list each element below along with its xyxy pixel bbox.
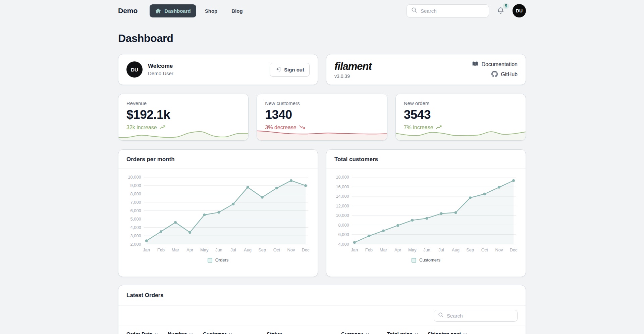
svg-text:9,000: 9,000 <box>130 183 141 188</box>
sparkline-chart <box>118 127 248 140</box>
sort-chevron-icon <box>154 331 159 334</box>
table-search[interactable] <box>434 310 518 322</box>
column-header-currency[interactable]: Currency <box>341 331 387 334</box>
svg-text:4,000: 4,000 <box>338 242 349 247</box>
column-label: Status <box>267 331 282 334</box>
home-icon <box>155 8 161 14</box>
search-icon <box>411 7 417 14</box>
table-toolbar <box>118 306 526 326</box>
table-title: Latest Orders <box>126 292 518 299</box>
svg-text:Feb: Feb <box>157 247 165 252</box>
column-label: Order Date <box>126 331 153 334</box>
topbar: Demo Dashboard Shop Blog <box>118 0 526 21</box>
sort-chevron-icon <box>463 331 468 334</box>
stat-card-new-customers: New customers 1340 3% decrease <box>257 94 387 141</box>
svg-text:Sep: Sep <box>258 247 266 252</box>
github-link[interactable]: GitHub <box>491 71 518 79</box>
stat-label: New orders <box>404 100 518 106</box>
notification-badge: 5 <box>503 3 509 9</box>
svg-text:16,000: 16,000 <box>336 184 349 189</box>
legend-swatch <box>412 258 416 263</box>
svg-text:Jul: Jul <box>230 247 236 252</box>
svg-text:8,000: 8,000 <box>130 191 141 196</box>
chart-legend[interactable]: Orders <box>125 257 311 263</box>
svg-text:Jun: Jun <box>423 247 430 252</box>
svg-text:4,000: 4,000 <box>130 225 141 230</box>
chart-body: 4,0006,0008,00010,00012,00014,00016,0001… <box>326 169 526 263</box>
brand-logo: Demo <box>118 7 138 15</box>
documentation-label: Documentation <box>481 61 518 67</box>
user-avatar[interactable]: DU <box>513 4 526 17</box>
avatar: DU <box>126 61 143 78</box>
svg-text:6,000: 6,000 <box>130 208 141 213</box>
account-widgets-row: DU Welcome Demo User Sign out filament v… <box>118 54 526 85</box>
sort-chevron-icon <box>228 331 233 334</box>
svg-text:5,000: 5,000 <box>130 217 141 222</box>
sort-chevron-icon <box>365 331 370 334</box>
svg-text:Mar: Mar <box>172 247 179 252</box>
filament-version: v3.0.39 <box>334 74 372 79</box>
nav-item-shop[interactable]: Shop <box>200 5 223 17</box>
filament-logo: filament <box>334 60 372 73</box>
column-header-total-price[interactable]: Total price <box>387 331 428 334</box>
svg-text:10,000: 10,000 <box>336 213 349 218</box>
nav-item-blog[interactable]: Blog <box>226 5 248 17</box>
welcome-text: Welcome Demo User <box>148 63 173 76</box>
column-header-shipping-cost[interactable]: Shipping cost <box>428 331 518 334</box>
column-label: Total price <box>387 331 412 334</box>
column-header-order-date[interactable]: Order Date <box>126 331 168 334</box>
svg-text:7,000: 7,000 <box>130 200 141 205</box>
chart-title: Orders per month <box>126 156 310 163</box>
logout-icon <box>275 66 281 73</box>
column-header-customer[interactable]: Customer <box>203 331 267 334</box>
table-column-headers: Order Date Number Customer Status Curren… <box>118 326 526 334</box>
legend-label: Customers <box>419 257 440 263</box>
notifications-button[interactable]: 5 <box>496 6 505 15</box>
nav-item-label: Blog <box>231 8 243 14</box>
orders-per-month-widget: Orders per month 2,0003,0004,0005,0006,0… <box>118 149 318 277</box>
search-icon <box>438 312 444 319</box>
table-search-input[interactable] <box>447 313 513 319</box>
sign-out-button[interactable]: Sign out <box>270 63 310 77</box>
table-header: Latest Orders <box>118 285 526 306</box>
sign-out-label: Sign out <box>284 67 304 73</box>
svg-text:Dec: Dec <box>302 247 310 252</box>
nav-item-label: Shop <box>205 8 218 14</box>
page-container: Demo Dashboard Shop Blog <box>118 0 526 334</box>
svg-text:Sep: Sep <box>466 247 474 252</box>
svg-text:Nov: Nov <box>287 247 295 252</box>
svg-text:Jan: Jan <box>143 247 150 252</box>
total-customers-widget: Total customers 4,0006,0008,00010,00012,… <box>326 149 526 277</box>
column-label: Shipping cost <box>428 331 461 334</box>
chart-header: Total customers <box>326 150 526 169</box>
column-header-status[interactable]: Status <box>267 331 341 334</box>
svg-text:14,000: 14,000 <box>336 194 349 199</box>
chart-legend[interactable]: Customers <box>333 257 519 263</box>
github-label: GitHub <box>501 71 518 78</box>
page-title: Dashboard <box>118 32 526 45</box>
svg-text:Oct: Oct <box>481 247 488 252</box>
latest-orders-widget: Latest Orders Order Date Number Customer <box>118 285 526 334</box>
svg-text:May: May <box>200 247 209 252</box>
stat-label: Revenue <box>126 100 240 106</box>
sparkline-chart <box>396 127 526 140</box>
svg-text:12,000: 12,000 <box>336 203 349 208</box>
search-input[interactable] <box>421 8 484 14</box>
topbar-right: 5 DU <box>407 4 526 17</box>
nav-item-label: Dashboard <box>164 8 191 14</box>
welcome-title: Welcome <box>148 63 173 69</box>
global-search[interactable] <box>407 4 489 17</box>
stat-value: 1340 <box>265 108 379 122</box>
svg-text:May: May <box>408 247 417 252</box>
documentation-link[interactable]: Documentation <box>472 61 518 68</box>
column-header-number[interactable]: Number <box>168 331 203 334</box>
svg-text:Aug: Aug <box>244 247 252 252</box>
customers-line-chart: 4,0006,0008,00010,00012,00014,00016,0001… <box>333 173 519 255</box>
orders-line-chart: 2,0003,0004,0005,0006,0007,0008,0009,000… <box>125 173 311 255</box>
legend-swatch <box>208 258 212 263</box>
svg-text:Apr: Apr <box>394 247 401 252</box>
chart-header: Orders per month <box>118 150 318 169</box>
nav-item-dashboard[interactable]: Dashboard <box>150 4 196 17</box>
svg-text:Jan: Jan <box>351 247 358 252</box>
svg-text:10,000: 10,000 <box>128 175 141 180</box>
